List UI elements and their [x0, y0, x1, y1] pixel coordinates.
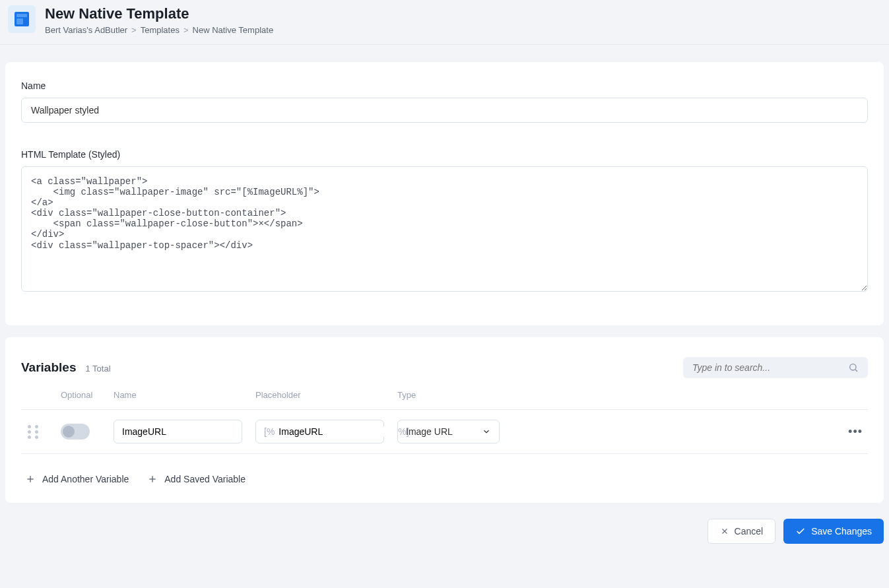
placeholder-input-field[interactable]	[279, 426, 394, 437]
html-template-textarea[interactable]	[21, 166, 868, 292]
name-label: Name	[21, 81, 868, 91]
page-title: New Native Template	[45, 5, 273, 22]
variable-type-value: Image URL	[406, 426, 453, 437]
search-input[interactable]	[692, 362, 843, 373]
add-saved-variable-button[interactable]: Add Saved Variable	[147, 474, 246, 484]
variables-card: Variables 1 Total Optional Name Placehol…	[5, 337, 884, 503]
col-optional: Optional	[61, 390, 114, 400]
plus-icon	[147, 474, 158, 484]
svg-point-0	[850, 364, 856, 370]
add-another-variable-button[interactable]: Add Another Variable	[25, 474, 129, 484]
html-template-label: HTML Template (Styled)	[21, 149, 868, 160]
add-saved-label: Add Saved Variable	[164, 474, 246, 484]
svg-line-1	[855, 370, 857, 372]
chevron-down-icon	[482, 427, 491, 436]
breadcrumb: Bert Varias's AdButler > Templates > New…	[45, 25, 273, 35]
cancel-button[interactable]: Cancel	[708, 519, 776, 544]
add-another-label: Add Another Variable	[42, 474, 129, 484]
template-icon	[8, 5, 36, 33]
variable-row: [% %] Image URL •••	[21, 410, 868, 453]
variable-name-input[interactable]	[114, 420, 242, 443]
search-icon	[848, 362, 859, 373]
col-name: Name	[114, 390, 242, 400]
template-form-card: Name HTML Template (Styled)	[5, 62, 884, 325]
close-icon	[720, 527, 729, 536]
breadcrumb-item[interactable]: Bert Varias's AdButler	[45, 25, 127, 35]
page-footer: Cancel Save Changes	[0, 503, 889, 549]
placeholder-prefix: [%	[264, 426, 275, 437]
breadcrumb-sep: >	[131, 25, 137, 35]
col-type: Type	[397, 390, 500, 400]
name-input[interactable]	[21, 98, 868, 123]
breadcrumb-sep: >	[183, 25, 189, 35]
cancel-label: Cancel	[735, 526, 764, 537]
check-icon	[795, 526, 806, 537]
variables-column-headers: Optional Name Placeholder Type	[21, 390, 868, 409]
drag-handle-icon[interactable]	[28, 425, 40, 438]
save-changes-button[interactable]: Save Changes	[783, 519, 884, 544]
breadcrumb-item: New Native Template	[193, 25, 274, 35]
plus-icon	[25, 474, 36, 484]
page-header: New Native Template Bert Varias's AdButl…	[0, 0, 889, 45]
variable-placeholder-input[interactable]: [% %]	[255, 420, 384, 443]
col-placeholder: Placeholder	[255, 390, 384, 400]
variable-type-select[interactable]: Image URL	[397, 420, 500, 443]
row-more-menu[interactable]: •••	[841, 425, 868, 439]
variables-count: 1 Total	[85, 364, 110, 374]
optional-toggle[interactable]	[61, 424, 90, 440]
save-label: Save Changes	[811, 526, 872, 537]
variables-title: Variables	[21, 360, 76, 375]
variables-search[interactable]	[683, 357, 868, 378]
breadcrumb-item[interactable]: Templates	[141, 25, 180, 35]
